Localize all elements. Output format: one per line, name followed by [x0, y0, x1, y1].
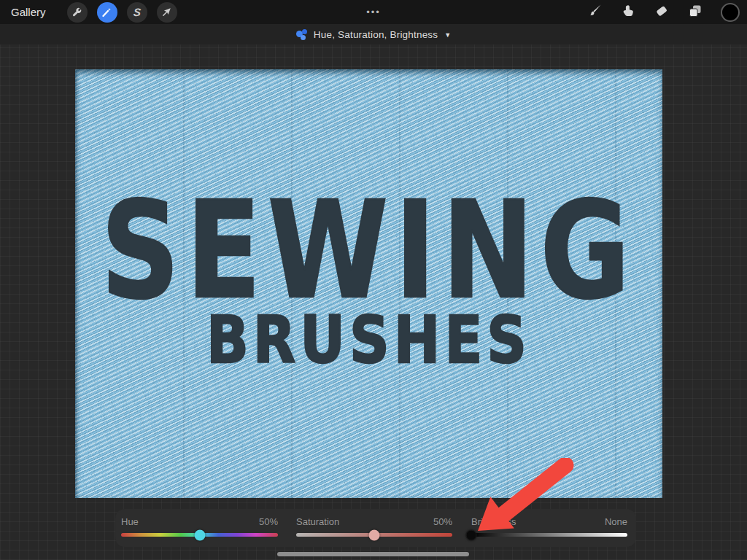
transform-arrow-icon [161, 7, 172, 18]
saturation-label: Saturation [296, 516, 339, 527]
hsb-slider-panel: Hue 50% Saturation 50% Brightness None [115, 509, 636, 547]
selection-icon: S [133, 6, 142, 18]
artwork-canvas[interactable]: SEWING BRUSHES [75, 69, 662, 498]
adjustment-title-bar[interactable]: Hue, Saturation, Brightness ▼ [0, 24, 747, 44]
procreate-app: Gallery S [0, 0, 747, 560]
brightness-slider-knob[interactable] [466, 529, 477, 540]
saturation-slider-knob[interactable] [369, 529, 380, 540]
brightness-label: Brightness [471, 516, 516, 527]
top-toolbar: Gallery S [0, 0, 747, 24]
eraser-icon [654, 3, 670, 22]
saturation-slider[interactable] [296, 533, 452, 537]
eraser-tool-button[interactable] [654, 3, 670, 22]
hue-value: 50% [259, 516, 278, 527]
brightness-value: None [605, 516, 627, 527]
hue-slider-group: Hue 50% [121, 509, 278, 547]
layers-icon [687, 3, 703, 22]
saturation-value: 50% [433, 516, 452, 527]
smudge-finger-icon [620, 3, 636, 22]
hue-slider-knob[interactable] [194, 529, 205, 540]
toolbar-right-group [587, 0, 740, 24]
home-indicator[interactable] [277, 552, 469, 556]
chevron-down-icon: ▼ [444, 31, 451, 39]
brightness-slider[interactable] [471, 533, 627, 537]
actions-wrench-button[interactable] [67, 2, 88, 23]
layers-button[interactable] [687, 3, 703, 22]
hue-slider[interactable] [121, 533, 278, 537]
hue-label: Hue [121, 516, 139, 527]
saturation-slider-group: Saturation 50% [296, 509, 452, 547]
magic-wand-icon [101, 7, 112, 18]
gallery-button[interactable]: Gallery [11, 6, 46, 18]
smudge-tool-button[interactable] [620, 3, 636, 22]
adjustment-title: Hue, Saturation, Brightness [314, 29, 438, 40]
wrench-icon [71, 7, 82, 18]
selection-button[interactable]: S [127, 2, 147, 23]
brush-icon [587, 3, 603, 22]
transform-button[interactable] [157, 2, 177, 23]
toolbar-left-group: Gallery S [0, 2, 177, 23]
brightness-slider-group: Brightness None [471, 509, 627, 547]
brush-tool-button[interactable] [587, 3, 603, 22]
hsb-adjustment-icon [296, 29, 307, 40]
color-swatch-button[interactable] [721, 3, 740, 22]
adjustments-button[interactable] [97, 2, 117, 23]
canvas-text-line2: BRUSHES [75, 301, 662, 378]
